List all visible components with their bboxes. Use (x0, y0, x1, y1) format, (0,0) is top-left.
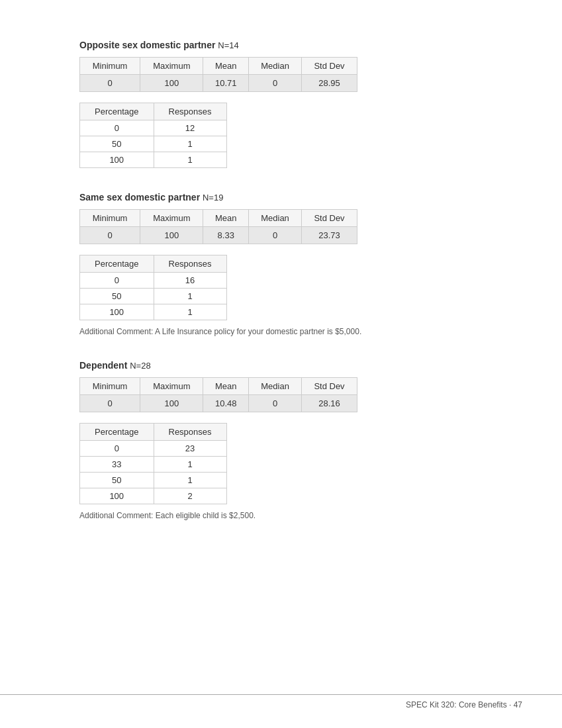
stats-value: 8.33 (203, 227, 249, 244)
pct-header: Percentage (80, 103, 154, 120)
pct-row: 1002 (80, 488, 227, 504)
stats-header: Median (249, 210, 302, 227)
stats-header: Maximum (140, 210, 203, 227)
stats-value: 0 (80, 227, 140, 244)
stats-header: Mean (203, 58, 249, 75)
section-opposite-sex: Opposite sex domestic partner N=14Minimu… (79, 40, 496, 168)
n-label-same-sex: N=19 (203, 193, 223, 203)
pct-cell: 12 (154, 120, 226, 136)
pct-row: 023 (80, 441, 227, 457)
footer-text: SPEC Kit 320: Core Benefits · 47 (406, 700, 522, 709)
stats-value: 0 (80, 395, 140, 412)
pct-row: 016 (80, 273, 227, 289)
stats-value: 10.48 (203, 395, 249, 412)
stats-value: 28.16 (302, 395, 357, 412)
pct-cell: 0 (80, 441, 154, 457)
pct-row: 331 (80, 457, 227, 473)
stats-header: Median (249, 378, 302, 395)
stats-value: 100 (140, 395, 203, 412)
pct-table-same-sex: PercentageResponses0165011001 (79, 255, 227, 320)
stats-value: 0 (249, 75, 302, 92)
pct-cell: 1 (154, 152, 226, 168)
pct-row: 012 (80, 120, 227, 136)
pct-cell: 1 (154, 304, 226, 320)
page: Opposite sex domestic partner N=14Minimu… (0, 0, 562, 592)
stats-value: 23.73 (302, 227, 357, 244)
stats-header: Minimum (80, 210, 140, 227)
pct-row: 501 (80, 136, 227, 152)
pct-cell: 16 (154, 273, 226, 289)
stats-value: 10.71 (203, 75, 249, 92)
pct-header: Percentage (80, 424, 154, 441)
stats-value: 0 (80, 75, 140, 92)
stats-header: Maximum (140, 378, 203, 395)
additional-comment-dependent: Additional Comment: Each eligible child … (79, 511, 496, 520)
pct-cell: 1 (154, 473, 226, 488)
stats-header: Std Dev (302, 58, 357, 75)
stats-header: Maximum (140, 58, 203, 75)
stats-value: 28.95 (302, 75, 357, 92)
pct-cell: 100 (80, 152, 154, 168)
stats-header: Median (249, 58, 302, 75)
section-title-same-sex: Same sex domestic partner N=19 (79, 192, 496, 203)
additional-comment-same-sex: Additional Comment: A Life Insurance pol… (79, 327, 496, 336)
stats-header: Std Dev (302, 210, 357, 227)
stats-header: Minimum (80, 378, 140, 395)
pct-cell: 1 (154, 136, 226, 152)
n-label-dependent: N=28 (130, 361, 150, 371)
stats-table-opposite-sex: MinimumMaximumMeanMedianStd Dev010010.71… (79, 57, 357, 92)
pct-cell: 2 (154, 488, 226, 504)
pct-cell: 23 (154, 441, 226, 457)
pct-row: 501 (80, 289, 227, 304)
stats-header: Mean (203, 378, 249, 395)
section-same-sex: Same sex domestic partner N=19MinimumMax… (79, 192, 496, 336)
pct-cell: 50 (80, 289, 154, 304)
stats-value: 100 (140, 75, 203, 92)
stats-header: Mean (203, 210, 249, 227)
pct-cell: 100 (80, 304, 154, 320)
pct-cell: 0 (80, 120, 154, 136)
stats-value: 100 (140, 227, 203, 244)
pct-header: Responses (154, 103, 226, 120)
stats-table-dependent: MinimumMaximumMeanMedianStd Dev010010.48… (79, 377, 357, 412)
pct-table-dependent: PercentageResponses0233315011002 (79, 423, 227, 504)
pct-header: Responses (154, 424, 226, 441)
pct-cell: 33 (80, 457, 154, 473)
section-title-opposite-sex: Opposite sex domestic partner N=14 (79, 40, 496, 50)
pct-cell: 1 (154, 289, 226, 304)
stats-header: Minimum (80, 58, 140, 75)
pct-cell: 0 (80, 273, 154, 289)
pct-row: 501 (80, 473, 227, 488)
pct-row: 1001 (80, 152, 227, 168)
stats-value: 0 (249, 227, 302, 244)
pct-cell: 50 (80, 473, 154, 488)
stats-value: 0 (249, 395, 302, 412)
pct-cell: 100 (80, 488, 154, 504)
section-title-dependent: Dependent N=28 (79, 360, 496, 371)
stats-header: Std Dev (302, 378, 357, 395)
n-label-opposite-sex: N=14 (218, 40, 238, 50)
pct-cell: 1 (154, 457, 226, 473)
stats-table-same-sex: MinimumMaximumMeanMedianStd Dev01008.330… (79, 209, 357, 244)
pct-row: 1001 (80, 304, 227, 320)
footer: SPEC Kit 320: Core Benefits · 47 (0, 694, 562, 709)
pct-cell: 50 (80, 136, 154, 152)
pct-table-opposite-sex: PercentageResponses0125011001 (79, 103, 227, 168)
section-dependent: Dependent N=28MinimumMaximumMeanMedianSt… (79, 360, 496, 520)
pct-header: Percentage (80, 255, 154, 273)
pct-header: Responses (154, 255, 226, 273)
